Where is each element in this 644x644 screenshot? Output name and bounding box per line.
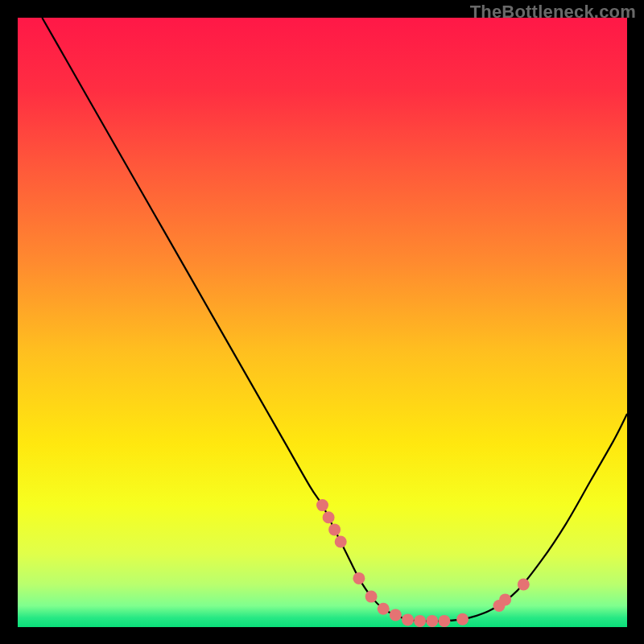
data-dot bbox=[323, 511, 335, 523]
chart-svg bbox=[18, 18, 627, 627]
data-dot bbox=[353, 572, 365, 584]
data-dot bbox=[438, 615, 450, 627]
data-dot bbox=[365, 591, 378, 603]
data-dot bbox=[390, 609, 402, 621]
data-dot bbox=[316, 499, 328, 511]
chart-frame: TheBottleneck.com bbox=[0, 0, 644, 644]
gradient-background bbox=[18, 18, 627, 627]
data-dot bbox=[335, 536, 347, 548]
data-dot bbox=[328, 523, 341, 535]
watermark: TheBottleneck.com bbox=[470, 2, 636, 23]
data-dot bbox=[378, 603, 390, 615]
data-dot bbox=[426, 615, 438, 627]
data-dot bbox=[414, 615, 426, 627]
data-dot bbox=[456, 613, 469, 625]
plot-area bbox=[18, 18, 627, 627]
data-dot bbox=[518, 579, 530, 591]
data-dot bbox=[499, 593, 511, 605]
data-dot bbox=[402, 613, 414, 625]
